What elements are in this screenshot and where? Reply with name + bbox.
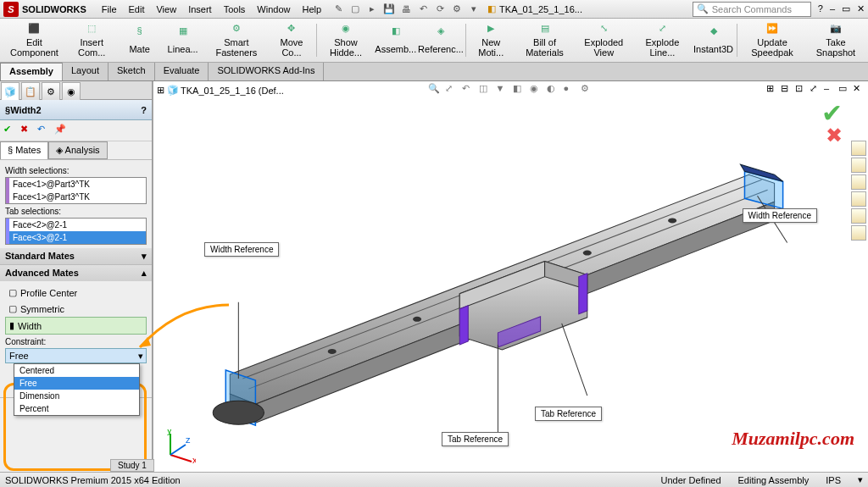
constraint-dropdown[interactable]: Free xyxy=(5,348,147,363)
explode-line-button[interactable]: ⤢Explode Line... xyxy=(633,20,691,60)
display-style-icon[interactable]: ◧ xyxy=(513,83,526,97)
print-icon[interactable]: 🖶 xyxy=(399,3,413,16)
show-hidden-button[interactable]: ◉Show Hidde... xyxy=(319,20,374,60)
menu-edit[interactable]: Edit xyxy=(124,3,150,16)
advanced-mates-header[interactable]: Advanced Mates▴ xyxy=(0,265,152,281)
status-more-icon[interactable]: ▾ xyxy=(858,474,863,485)
exploded-view-button[interactable]: ⤡Exploded View xyxy=(575,20,632,60)
list-item[interactable]: Face<2>@2-1 xyxy=(6,219,146,231)
option-centered[interactable]: Centered xyxy=(14,364,139,377)
tab-selections-list[interactable]: Face<2>@2-1 Face<3>@2-1 xyxy=(5,218,147,245)
help-icon[interactable]: ? xyxy=(818,3,823,14)
model-view[interactable] xyxy=(162,124,860,446)
move-component-button[interactable]: ✥Move Co... xyxy=(269,20,314,60)
view-triad[interactable]: x y z xyxy=(162,429,196,463)
width-option[interactable]: ▮ Width xyxy=(5,317,147,335)
cancel-button[interactable]: ✖ xyxy=(20,124,34,137)
instant3d-button[interactable]: ◆Instant3D xyxy=(693,20,735,60)
max-icon[interactable]: ▭ xyxy=(838,83,850,95)
config-tab[interactable]: ⚙ xyxy=(42,82,60,101)
prev-view-icon[interactable]: ↶ xyxy=(462,83,476,97)
width-selections-label: Width selections: xyxy=(5,166,147,175)
tab-layout[interactable]: Layout xyxy=(63,63,108,80)
graphics-viewport[interactable]: ⊞ 🧊 TKA_01_25_1_16 (Def... 🔍 ⤢ ↶ ◫ ▼ ◧ ◉… xyxy=(153,81,868,472)
tab-assembly[interactable]: Assembly xyxy=(0,63,63,80)
status-units[interactable]: IPS xyxy=(826,475,841,485)
min-icon[interactable]: – xyxy=(824,83,836,95)
scene-icon[interactable]: ◐ xyxy=(547,83,560,97)
menu-file[interactable]: File xyxy=(97,3,122,16)
symmetric-option[interactable]: ▢ Symmetric xyxy=(5,301,147,317)
undo-mate-button[interactable]: ↶ xyxy=(37,124,51,137)
menu-window[interactable]: Window xyxy=(252,3,295,16)
option-percent[interactable]: Percent xyxy=(14,402,139,415)
options-icon[interactable]: ⚙ xyxy=(450,3,464,16)
search-commands[interactable]: 🔍 Search Commands xyxy=(693,2,811,17)
new-icon[interactable]: ▢ xyxy=(348,3,362,16)
display-tab[interactable]: ◉ xyxy=(62,82,81,101)
close-icon[interactable]: ✕ xyxy=(857,3,865,14)
smart-fasteners-button[interactable]: ⚙Smart Fasteners xyxy=(205,20,269,60)
svg-point-8 xyxy=(668,218,676,223)
mates-subtab[interactable]: § Mates xyxy=(0,141,48,159)
new-motion-button[interactable]: ▶New Moti... xyxy=(468,20,515,60)
rebuild-icon[interactable]: ⟳ xyxy=(433,3,447,16)
bom-button[interactable]: ▤Bill of Materials xyxy=(515,20,575,60)
full-icon[interactable]: ⤢ xyxy=(810,83,821,95)
profile-center-option[interactable]: ▢ Profile Center xyxy=(5,285,147,301)
tab-evaluate[interactable]: Evaluate xyxy=(155,63,209,80)
zoom-fit-icon[interactable]: 🔍 xyxy=(428,83,442,97)
zoom-area-icon[interactable]: ⤢ xyxy=(445,83,459,97)
undo-icon[interactable]: ↶ xyxy=(416,3,430,16)
tab-selections-label: Tab selections: xyxy=(5,207,147,216)
view-settings-icon[interactable]: ⚙ xyxy=(581,83,594,97)
more-icon[interactable]: ▾ xyxy=(467,3,481,16)
mate-button[interactable]: §Mate xyxy=(119,20,161,60)
linear-pattern-button[interactable]: ▦Linea... xyxy=(162,20,204,60)
menu-help[interactable]: Help xyxy=(297,3,326,16)
assembly-features-button[interactable]: ◧Assemb... xyxy=(375,20,417,60)
split-h-icon[interactable]: ⊞ xyxy=(766,83,778,95)
view-orient-icon[interactable]: ▼ xyxy=(496,83,509,97)
ok-button[interactable]: ✔ xyxy=(3,124,17,137)
section-icon[interactable]: ◫ xyxy=(479,83,492,97)
insert-component-button[interactable]: ⬚Insert Com... xyxy=(66,20,118,60)
option-dimension[interactable]: Dimension xyxy=(14,390,139,402)
open-icon[interactable]: ▸ xyxy=(365,3,379,16)
split-v-icon[interactable]: ⊟ xyxy=(781,83,793,95)
constraint-options[interactable]: Centered Free Dimension Percent xyxy=(14,363,140,416)
list-item[interactable]: Face<1>@Part3^TK xyxy=(6,191,146,203)
app-name: SOLIDWORKS xyxy=(22,4,86,14)
speedpak-button[interactable]: ⏩Update Speedpak xyxy=(738,20,806,60)
pin-icon[interactable]: ✎ xyxy=(331,3,345,16)
flyout-tree[interactable]: ⊞ 🧊 TKA_01_25_1_16 (Def... xyxy=(157,85,284,96)
snapshot-button[interactable]: 📷Take Snapshot xyxy=(807,20,865,60)
feature-tree-tab[interactable]: 🧊 xyxy=(1,82,19,101)
option-free[interactable]: Free xyxy=(14,377,139,390)
pushpin-button[interactable]: 📌 xyxy=(54,124,68,137)
standard-mates-header[interactable]: Standard Mates▾ xyxy=(0,248,152,264)
restore-icon[interactable]: ▭ xyxy=(842,3,850,14)
assembly-icon: ◧ xyxy=(487,3,496,14)
tab-addins[interactable]: SOLIDWORKS Add-Ins xyxy=(209,63,324,80)
menu-view[interactable]: View xyxy=(151,3,181,16)
svg-point-6 xyxy=(413,317,421,322)
close-view-icon[interactable]: ✕ xyxy=(853,83,865,95)
reference-geometry-button[interactable]: ◈Referenc... xyxy=(418,20,464,60)
hide-show-icon[interactable]: ◉ xyxy=(530,83,543,97)
appearance-icon[interactable]: ● xyxy=(564,83,577,97)
motion-study-tab[interactable]: Study 1 xyxy=(110,459,154,472)
edit-component-button[interactable]: ⬛Edit Component xyxy=(3,20,65,60)
tab-sketch[interactable]: Sketch xyxy=(108,63,155,80)
list-item[interactable]: Face<1>@Part3^TK xyxy=(6,178,146,191)
analysis-subtab[interactable]: ◈ Analysis xyxy=(48,141,107,159)
list-item[interactable]: Face<3>@2-1 xyxy=(6,231,146,244)
save-icon[interactable]: 💾 xyxy=(382,3,396,16)
link-icon[interactable]: ⊡ xyxy=(795,83,807,95)
minimize-icon[interactable]: – xyxy=(830,3,835,14)
property-tab[interactable]: 📋 xyxy=(21,82,40,101)
menu-insert[interactable]: Insert xyxy=(183,3,217,16)
menu-tools[interactable]: Tools xyxy=(219,3,251,16)
svg-line-22 xyxy=(562,324,587,396)
width-selections-list[interactable]: Face<1>@Part3^TK Face<1>@Part3^TK xyxy=(5,177,147,204)
